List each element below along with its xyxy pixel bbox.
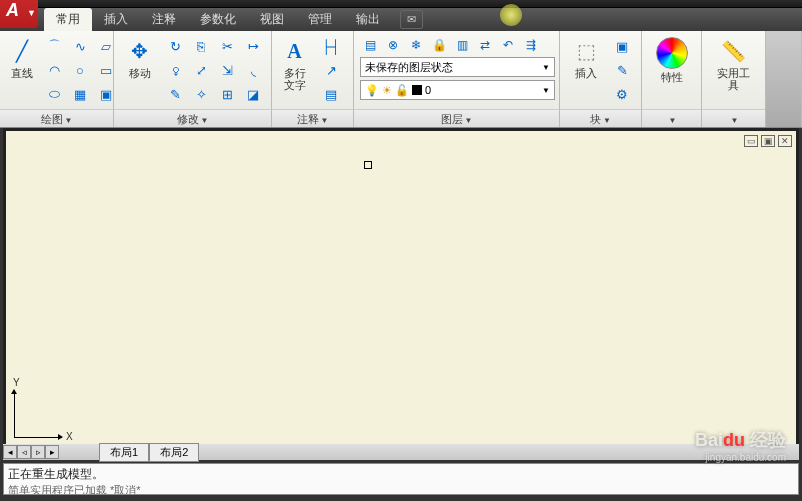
move-label: 移动 — [129, 67, 151, 79]
tab-annotate[interactable]: 注释 — [140, 8, 188, 31]
dim-linear-icon[interactable]: ├┤ — [315, 35, 347, 57]
tab-output[interactable]: 输出 — [344, 8, 392, 31]
layer-off-icon[interactable]: ⊗ — [383, 36, 403, 54]
panel-title-modify[interactable]: 修改▼ — [114, 109, 271, 127]
properties-button[interactable]: 特性 — [652, 35, 692, 85]
block-edit-icon[interactable]: ✎ — [610, 59, 634, 81]
text-icon: A — [281, 37, 309, 65]
utilities-button[interactable]: 📏 实用工具 — [714, 35, 754, 93]
block-create-icon[interactable]: ▣ — [610, 35, 634, 57]
rotate-icon[interactable]: ↻ — [163, 35, 187, 57]
copy-icon[interactable]: ⎘ — [189, 35, 213, 57]
command-text-1: 正在重生成模型。 — [8, 466, 794, 483]
polyline-icon[interactable]: ⌒ — [42, 35, 66, 57]
mirror-icon[interactable]: ⧬ — [163, 59, 187, 81]
modify-tools-grid: ↻ ⎘ ✂ ↦ ⧬ ⤢ ⇲ ◟ ✎ ✧ ⊞ ◪ — [163, 35, 265, 105]
ucs-x-label: X — [66, 431, 73, 442]
hatch-icon[interactable]: ▦ — [68, 83, 92, 105]
mail-icon[interactable]: ✉ — [400, 10, 423, 29]
move-button[interactable]: ✥ 移动 — [120, 35, 159, 81]
panel-title-annotate[interactable]: 注释▼ — [272, 109, 353, 127]
insert-icon: ⬚ — [572, 37, 600, 65]
viewport-controls: ▭ ▣ ✕ — [744, 135, 792, 147]
tab-nav-last[interactable]: ▸ — [45, 445, 59, 459]
circle-icon[interactable]: ○ — [68, 59, 92, 81]
vp-min-icon[interactable]: ▭ — [744, 135, 758, 147]
panel-modify: ✥ 移动 ↻ ⎘ ✂ ↦ ⧬ ⤢ ⇲ ◟ ✎ ✧ ⊞ ◪ 修改▼ — [114, 31, 272, 127]
chevron-down-icon: ▼ — [542, 63, 550, 72]
fillet-icon[interactable]: ◟ — [241, 59, 265, 81]
title-bar: A▼ — [0, 0, 802, 8]
layout-tab-1[interactable]: 布局1 — [99, 443, 149, 462]
tab-nav-prev[interactable]: ◃ — [17, 445, 31, 459]
stretch-icon[interactable]: ⇲ — [215, 59, 239, 81]
panel-layers: ▤ ⊗ ❄ 🔒 ▥ ⇄ ↶ ⇶ 未保存的图层状态 ▼ 💡 ☀ 🔓 0 — [354, 31, 560, 127]
tab-view[interactable]: 视图 — [248, 8, 296, 31]
prop-label: 特性 — [661, 71, 683, 83]
panel-annotate: A 多行 文字 ├┤ ↗ ▤ 注释▼ — [272, 31, 354, 127]
vp-max-icon[interactable]: ▣ — [761, 135, 775, 147]
extend-icon[interactable]: ↦ — [241, 35, 265, 57]
tab-insert[interactable]: 插入 — [92, 8, 140, 31]
layer-current-dropdown[interactable]: 💡 ☀ 🔓 0 ▼ — [360, 80, 555, 100]
pick-cursor — [364, 161, 372, 169]
chevron-down-icon: ▼ — [542, 86, 550, 95]
command-text-2: 简单实用程序已加载 *取消* — [8, 483, 794, 495]
panel-title-draw[interactable]: 绘图▼ — [0, 109, 113, 127]
command-line[interactable]: 正在重生成模型。 简单实用程序已加载 *取消* — [3, 463, 799, 495]
table-icon[interactable]: ▤ — [315, 83, 347, 105]
line-button[interactable]: ╱ 直线 — [6, 35, 38, 81]
chevron-down-icon: ▼ — [21, 8, 36, 18]
layer-iso-icon[interactable]: ▥ — [452, 36, 472, 54]
panel-title-util[interactable]: ▼ — [702, 109, 765, 127]
tab-nav-first[interactable]: ◂ — [3, 445, 17, 459]
app-logo-letter: A — [0, 0, 19, 20]
panel-title-prop[interactable]: ▼ — [642, 109, 701, 127]
ellipse-icon[interactable]: ⬭ — [42, 83, 66, 105]
ribbon-collapse[interactable] — [766, 31, 802, 127]
layer-prev-icon[interactable]: ↶ — [498, 36, 518, 54]
layer-tools-row: ▤ ⊗ ❄ 🔒 ▥ ⇄ ↶ ⇶ — [360, 36, 541, 54]
layer-state-dropdown[interactable]: 未保存的图层状态 ▼ — [360, 57, 555, 77]
layer-match-icon[interactable]: ⇄ — [475, 36, 495, 54]
layer-state-text: 未保存的图层状态 — [365, 60, 453, 75]
array-icon[interactable]: ⊞ — [215, 83, 239, 105]
layer-lock-icon[interactable]: 🔒 — [429, 36, 449, 54]
arc-icon[interactable]: ◠ — [42, 59, 66, 81]
ucs-y-label: Y — [13, 377, 20, 388]
explode-icon[interactable]: ✧ — [189, 83, 213, 105]
draw-tools-grid: ⌒ ∿ ▱ ◠ ○ ▭ ⬭ ▦ ▣ — [42, 35, 118, 105]
insert-label: 插入 — [575, 67, 597, 79]
tab-nav-next[interactable]: ▹ — [31, 445, 45, 459]
panel-properties: 特性 ▼ — [642, 31, 702, 127]
offset-icon[interactable]: ◪ — [241, 83, 265, 105]
layer-name: 0 — [425, 84, 431, 96]
spline-icon[interactable]: ∿ — [68, 35, 92, 57]
panel-block: ⬚ 插入 ▣ ✎ ⚙ 块▼ — [560, 31, 642, 127]
panel-title-layers[interactable]: 图层▼ — [354, 109, 559, 127]
tab-manage[interactable]: 管理 — [296, 8, 344, 31]
layer-freeze-icon[interactable]: ❄ — [406, 36, 426, 54]
insert-block-button[interactable]: ⬚ 插入 — [566, 35, 606, 81]
ribbon: ╱ 直线 ⌒ ∿ ▱ ◠ ○ ▭ ⬭ ▦ ▣ 绘图▼ ✥ 移动 — [0, 31, 802, 128]
layer-walk-icon[interactable]: ⇶ — [521, 36, 541, 54]
tab-common[interactable]: 常用 — [44, 8, 92, 31]
layout-tab-2[interactable]: 布局2 — [149, 443, 199, 462]
panel-draw: ╱ 直线 ⌒ ∿ ▱ ◠ ○ ▭ ⬭ ▦ ▣ 绘图▼ — [0, 31, 114, 127]
move-icon: ✥ — [126, 37, 154, 65]
watermark: Baidu 经验 jingyan.baidu.com — [695, 428, 786, 463]
layer-prop-icon[interactable]: ▤ — [360, 36, 380, 54]
color-swatch — [412, 85, 422, 95]
block-attr-icon[interactable]: ⚙ — [610, 83, 634, 105]
scale-icon[interactable]: ⤢ — [189, 59, 213, 81]
drawing-canvas[interactable]: Y X ▭ ▣ ✕ — [6, 131, 796, 444]
bulb-icon: 💡 — [365, 84, 379, 97]
trim-icon[interactable]: ✂ — [215, 35, 239, 57]
erase-icon[interactable]: ✎ — [163, 83, 187, 105]
panel-title-block[interactable]: 块▼ — [560, 109, 641, 127]
vp-close-icon[interactable]: ✕ — [778, 135, 792, 147]
app-menu-button[interactable]: A▼ — [0, 0, 38, 28]
tab-parametric[interactable]: 参数化 — [188, 8, 248, 31]
leader-icon[interactable]: ↗ — [315, 59, 347, 81]
mtext-button[interactable]: A 多行 文字 — [278, 35, 311, 93]
